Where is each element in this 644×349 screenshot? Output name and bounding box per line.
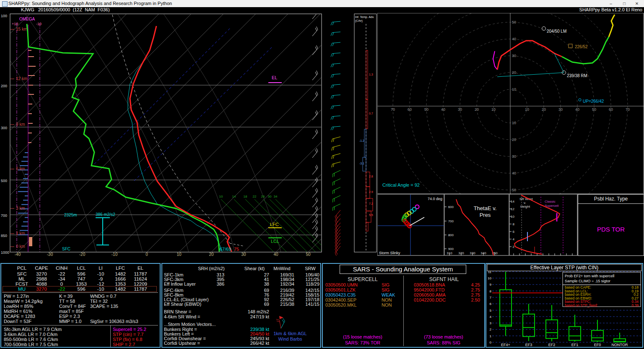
pressure-label: 850 — [1, 234, 7, 238]
hodo-axis-label: 50 — [512, 20, 516, 24]
kin-row: SFC-8km76219/42158/15 — [162, 292, 320, 297]
hodo-axis-label: 20 — [542, 107, 546, 112]
pressure-label: 1000 — [1, 250, 9, 255]
left-mover-label: 204/50 LM — [547, 29, 566, 34]
cell: PCL — [12, 266, 31, 271]
stp-category-label: EF3 — [525, 343, 532, 347]
composite-index: STP (cin) = 7.7 — [113, 332, 146, 337]
sars-cat: NON — [382, 297, 400, 302]
sars-hail-header: SGFNT HAIL — [405, 276, 483, 282]
pressure-label: 700 — [1, 214, 7, 218]
hodo-axis-label: 10 — [525, 107, 529, 112]
stp-ytick: 4 — [490, 315, 492, 319]
sars-size: 2.50 — [459, 297, 480, 302]
stp-category-label: EF1 — [571, 343, 579, 347]
cell: 747 — [72, 276, 91, 281]
lapse-rate-value: 700-500mb LR = 7.5 C/km — [4, 342, 62, 347]
sars-title: SARS - Sounding Analogue System — [340, 265, 466, 274]
hodograph[interactable]: 1010101020202020303030304040404050505050… — [377, 13, 644, 194]
stat-value: MidRH = 61% — [4, 309, 43, 314]
slinky-angle: 74.0 deg — [428, 197, 442, 201]
kinematics-panel: SRH (m2/s2)Shear (kt)MnWindSRWSFC-1km313… — [161, 263, 321, 348]
sars-supercell-matches: (15 loose matches) — [323, 334, 402, 339]
temp-axis-label: -20 — [79, 252, 86, 256]
storm-motion-title: ...Storm Motion Vectors... — [164, 322, 216, 327]
stat-value: WNDG = 0.7 — [90, 294, 118, 299]
sars-id: 95042000.FTD — [414, 287, 444, 292]
hodo-axis-label: 10 — [512, 87, 516, 91]
srwind-ytick: 2 — [513, 245, 515, 249]
cell: 1353 — [72, 281, 91, 286]
cell: 11624 — [130, 276, 151, 281]
tempadv-units: (C/hr) — [355, 19, 363, 23]
cell: 1353 — [110, 281, 130, 286]
lapse-rate-value: 850-500mb LR = 7.6 C/km — [4, 337, 62, 342]
window-title: SHARPpy: Sounding and Hodograph Analysis… — [8, 1, 172, 6]
hodo-axis-label: 60 — [408, 107, 412, 112]
cell: CINH — [52, 266, 72, 271]
hodo-axis-label: 50 — [424, 107, 428, 112]
composite-index: Supercell = 25.2 — [113, 327, 146, 332]
stp-category-label: NONTOR — [612, 343, 628, 347]
stp-legend-label: based on STP_fixed: — [565, 303, 598, 307]
sounding-header: KJWG 20160509/0000 (12Z NAM F036) SHARPp… — [0, 7, 644, 13]
cell: 0 — [52, 281, 72, 286]
pressure-label: 500 — [1, 179, 7, 183]
cell: 3270 — [31, 286, 52, 292]
sounding-id: KJWG 20160509/0000 (12Z NAM F036) — [21, 7, 110, 12]
cell: LCL — [72, 266, 91, 271]
cell: 4088 — [31, 281, 52, 286]
updraft-marker — [579, 99, 581, 101]
slinky-title: Storm Slinky — [379, 251, 400, 255]
kin-row: Eff Shear (EBWD)69215/38141/15 — [162, 302, 320, 306]
mixing-ratio-label: 14 — [232, 195, 236, 198]
kin-row: SFC-6km69216/39142/15 — [162, 288, 320, 292]
thetae-ytick: 900 — [448, 247, 454, 251]
kin-mnwind: 192/34 — [267, 281, 294, 286]
close-button[interactable]: ✕ — [631, 0, 643, 7]
height-label: 3 km — [16, 206, 25, 211]
svg-text:Pres: Pres — [480, 212, 491, 218]
hodo-axis-label: 20 — [475, 107, 479, 112]
stp-boxplot: 11109876543210 Effective Layer STP (with… — [486, 264, 642, 347]
kin-label: Eff Shear (EBWD) — [164, 302, 201, 307]
temp-adv-value: -3.1 — [359, 162, 364, 165]
minimize-button[interactable]: – — [605, 0, 617, 7]
surface-wetbulb-value: 67/69 — [220, 247, 231, 252]
hodo-axis-label: 30 — [458, 107, 462, 112]
height-label: 0 km — [16, 244, 25, 249]
temp-axis-label: 20 — [209, 252, 214, 256]
storm-barb-icon — [269, 311, 294, 331]
sars-hail-matches: (73 loose matches) — [405, 334, 483, 339]
composite-index: STP (fix) = 6.8 — [113, 337, 146, 342]
stat-value: MMP = 1.0 — [59, 319, 86, 324]
table-row: SFC3270-22596-10148211787 — [1, 271, 160, 276]
temp-axis-label: 40 — [273, 252, 278, 256]
lfc-label: LFC — [270, 222, 279, 227]
window-titlebar[interactable]: SHARPpy: Sounding and Hodograph Analysis… — [0, 0, 644, 7]
maximize-button[interactable]: □ — [618, 0, 631, 7]
app-icon — [2, 1, 8, 7]
sars-id: 03042400.SEP — [325, 297, 356, 302]
inflow-height-label: 2325m — [64, 213, 77, 217]
cell: -10 — [91, 271, 110, 276]
sars-size: 4.25 — [459, 282, 480, 287]
stat-value: TEI = 32 — [90, 299, 118, 304]
cell: 1666 — [110, 276, 130, 281]
right-mover-label: 239/38 RM — [567, 73, 587, 78]
label: 4-6km SR Wind = — [164, 314, 200, 319]
cell: LFC — [110, 266, 130, 271]
stp-panel: 11109876543210 Effective Layer STP (with… — [486, 263, 643, 348]
cell: EL — [130, 266, 151, 271]
hodo-axis-label: 30 — [512, 154, 516, 159]
skewt-diagram[interactable]: 10141822263034 100200300500700850100015 … — [0, 13, 322, 256]
kin-h-srh: SRH (m2/s2) — [197, 266, 226, 271]
lcl-label: LCL — [271, 239, 279, 244]
mean-wind-marker[interactable] — [569, 44, 572, 48]
parcel-trace-lcl — [230, 243, 244, 246]
tempadv-title: Inf. Temp. Adv. — [355, 16, 374, 19]
cell: 596 — [72, 286, 91, 292]
height-label: 12 km — [16, 76, 27, 81]
temp-axis-label: -30 — [47, 252, 53, 256]
label: BRN Shear = — [164, 309, 191, 314]
